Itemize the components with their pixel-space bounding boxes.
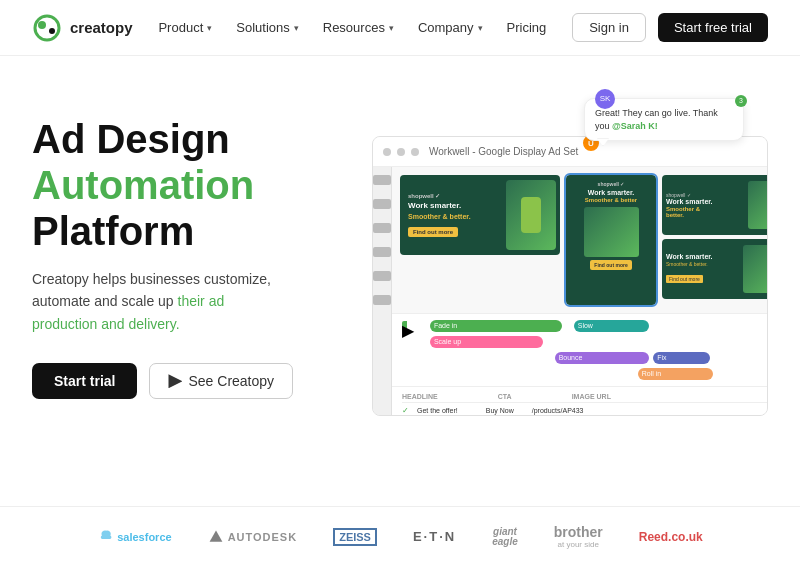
editor-mockup: Workwell - Google Display Ad Set xyxy=(372,136,768,416)
autodesk-logo: AUTODESK xyxy=(208,529,298,545)
ad-column-right: shopwell ✓ Work smarter. Smoother & bett… xyxy=(662,175,768,305)
svg-point-2 xyxy=(49,28,55,34)
editor-body: shopwell ✓ Work smarter. Smoother & bett… xyxy=(373,167,767,415)
timeline-bar-3[interactable]: Bounce xyxy=(555,352,650,364)
layers-icon[interactable] xyxy=(373,295,391,305)
hero-buttons: Start trial See Creatopy xyxy=(32,363,352,399)
logo[interactable]: creatopy xyxy=(32,13,133,43)
timeline-row-4: Roll in xyxy=(402,368,768,380)
nav-links: Product ▾ Solutions ▾ Resources ▾ Compan… xyxy=(158,20,546,35)
th-url: IMAGE URL xyxy=(572,393,611,400)
table-row: ✓ Get the offer! Buy Now /products/AP433 xyxy=(402,406,768,415)
navbar: creatopy Product ▾ Solutions ▾ Resources… xyxy=(0,0,800,56)
editor-topbar: Workwell - Google Display Ad Set xyxy=(373,137,767,167)
hero-description: Creatopy helps businesses customize, aut… xyxy=(32,268,272,335)
feed-icon[interactable] xyxy=(373,271,391,281)
signin-button[interactable]: Sign in xyxy=(572,13,646,42)
hero-left: Ad Design Automation Platform Creatopy h… xyxy=(32,96,352,399)
ad-image xyxy=(506,180,556,250)
canvas: shopwell ✓ Work smarter. Smoother & bett… xyxy=(392,167,768,313)
ad-text-block: shopwell ✓ Work smarter. Smoother & bett… xyxy=(400,184,502,246)
notification-badge: 3 xyxy=(735,95,747,107)
timeline-row-1: ▶ Fade in Slow xyxy=(402,320,768,332)
brother-label: brother xyxy=(554,524,603,540)
brand-icon[interactable] xyxy=(373,247,391,257)
ad-card-small-2: Work smarter. Smoother & better. Find ou… xyxy=(662,239,768,299)
reed-logo: Reed.co.uk xyxy=(639,530,703,544)
ad-row-1: shopwell ✓ Work smarter. Smoother & bett… xyxy=(400,175,768,305)
chevron-down-icon: ▾ xyxy=(294,23,299,33)
uploads-icon[interactable] xyxy=(373,223,391,233)
ad-image-selected xyxy=(584,207,639,257)
templates-icon[interactable] xyxy=(373,175,391,185)
ad-subheadline: Smoother & better. xyxy=(408,213,494,220)
window-control-3 xyxy=(411,148,419,156)
ad-image-small-1 xyxy=(748,181,768,229)
chevron-down-icon: ▾ xyxy=(478,23,483,33)
window-control-1 xyxy=(383,148,391,156)
svg-point-1 xyxy=(38,21,46,29)
hero-right: SK Great! They can go live. Thank you @S… xyxy=(372,96,768,476)
eaton-logo: E·T·N xyxy=(413,529,456,544)
timeline-bars: ▶ Fade in Slow xyxy=(402,320,768,380)
th-cta: CTA xyxy=(498,393,512,400)
timeline: ▶ Fade in Slow xyxy=(392,313,768,386)
timeline-bar-fix[interactable]: Fix xyxy=(653,352,710,364)
nav-resources[interactable]: Resources ▾ xyxy=(323,20,394,35)
ad-headline: Work smarter. xyxy=(408,201,494,211)
logos-bar: salesforce AUTODESK ZEISS E·T·N giant ea… xyxy=(0,506,800,562)
ad-text-small-2: Work smarter. Smoother & better. Find ou… xyxy=(666,253,713,285)
nav-actions: Sign in Start free trial xyxy=(572,13,768,42)
ad-cta: Find out more xyxy=(408,227,458,237)
ad-text-small-1: shopwell ✓ Work smarter. Smoother & bett… xyxy=(666,192,713,218)
editor-sidebar xyxy=(373,167,392,415)
timeline-row-3: Bounce Fix xyxy=(402,352,768,364)
see-creatopy-button[interactable]: See Creatopy xyxy=(149,363,293,399)
ad-card-small-1: shopwell ✓ Work smarter. Smoother & bett… xyxy=(662,175,768,235)
elements-icon[interactable] xyxy=(373,199,391,209)
ad-image-small-2 xyxy=(743,245,768,293)
timeline-bar-slow[interactable]: Slow xyxy=(574,320,650,332)
timeline-bar-1[interactable]: Fade in xyxy=(430,320,562,332)
nav-company[interactable]: Company ▾ xyxy=(418,20,483,35)
timeline-label-1: Fade in xyxy=(430,320,562,332)
start-free-trial-button[interactable]: Start free trial xyxy=(658,13,768,42)
editor-canvas-area: shopwell ✓ Work smarter. Smoother & bett… xyxy=(392,167,768,415)
logo-text: creatopy xyxy=(70,19,133,36)
chevron-down-icon: ▾ xyxy=(207,23,212,33)
hero-section: Ad Design Automation Platform Creatopy h… xyxy=(0,56,800,506)
svg-marker-3 xyxy=(209,530,222,541)
zeiss-logo: ZEISS xyxy=(333,528,377,546)
nav-solutions[interactable]: Solutions ▾ xyxy=(236,20,298,35)
avatar: SK xyxy=(595,89,615,109)
hero-title: Ad Design Automation Platform xyxy=(32,116,352,254)
play-icon xyxy=(168,374,182,388)
table-rows: ✓ Get the offer! Buy Now /products/AP433… xyxy=(402,406,768,416)
nav-product[interactable]: Product ▾ xyxy=(158,20,212,35)
th-headline: HEADLINE xyxy=(402,393,438,400)
chevron-down-icon: ▾ xyxy=(389,23,394,33)
timeline-bar-4[interactable]: Roll in xyxy=(638,368,714,380)
ad-cta-selected: Find out more xyxy=(590,260,631,270)
ad-card-landscape: shopwell ✓ Work smarter. Smoother & bett… xyxy=(400,175,560,255)
editor-title: Workwell - Google Display Ad Set xyxy=(429,146,578,157)
svg-point-0 xyxy=(35,16,59,40)
timeline-arrow-1: ▶ xyxy=(402,321,407,331)
start-trial-button[interactable]: Start trial xyxy=(32,363,137,399)
product-image xyxy=(521,197,541,233)
nav-pricing[interactable]: Pricing xyxy=(507,20,547,35)
salesforce-logo: salesforce xyxy=(97,529,171,545)
ad-card-portrait-selected[interactable]: shopwell ✓ Work smarter. Smoother & bett… xyxy=(566,175,656,305)
timeline-row-2: Scale up xyxy=(402,336,768,348)
window-control-2 xyxy=(397,148,405,156)
data-table: HEADLINE CTA IMAGE URL ✓ Get the offer! … xyxy=(392,386,768,416)
chat-bubble: SK Great! They can go live. Thank you @S… xyxy=(584,98,744,141)
timeline-bar-2[interactable]: Scale up xyxy=(430,336,543,348)
table-header: HEADLINE CTA IMAGE URL xyxy=(402,391,768,403)
giant-eagle-logo: giant eagle xyxy=(492,527,518,547)
brother-logo: brother at your side xyxy=(554,524,603,549)
check-icon: ✓ xyxy=(402,406,409,415)
